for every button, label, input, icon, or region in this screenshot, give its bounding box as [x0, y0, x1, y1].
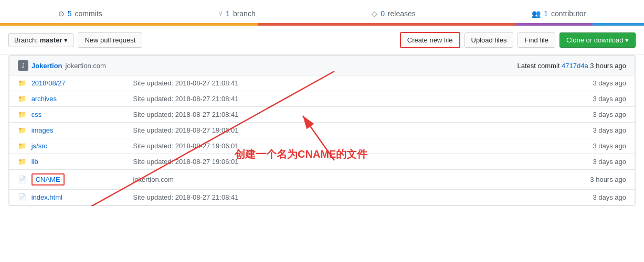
- commits-label: commits: [75, 9, 102, 18]
- branch-selector-label: Branch:: [14, 36, 38, 44]
- table-row: 📁 js/src Site updated: 2018-08-27 19:06:…: [9, 138, 635, 154]
- file-icon: 📄: [18, 193, 26, 201]
- contributors-count[interactable]: 1: [544, 9, 548, 18]
- time-cell: 3 days ago: [376, 154, 635, 170]
- find-file-button[interactable]: Find file: [518, 32, 555, 48]
- file-link[interactable]: css: [31, 111, 42, 118]
- cname-file-name-cell: 📄 CNAME: [9, 170, 125, 190]
- file-name-cell: 📁 images: [9, 123, 125, 138]
- latest-commit-cell: Latest commit 4717d4a 3 hours ago: [376, 56, 635, 75]
- branch-icon: ⑂: [218, 9, 223, 18]
- latest-commit-prefix: Latest commit: [518, 62, 560, 70]
- time-cell: 3 days ago: [376, 75, 635, 91]
- stats-bar: ⊙ 5 commits ⑂ 1 branch ◇ 0 releases 👥 1 …: [0, 0, 644, 22]
- file-link[interactable]: js/src: [31, 142, 47, 150]
- file-name-cell: 📁 css: [9, 107, 125, 123]
- folder-icon: 📁: [18, 95, 26, 103]
- file-name-cell: 📁 js/src: [9, 138, 125, 154]
- file-link[interactable]: archives: [31, 95, 57, 103]
- table-row: 📁 images Site updated: 2018-08-27 19:06:…: [9, 123, 635, 138]
- lang-seg-3: [386, 23, 515, 26]
- releases-icon: ◇: [372, 9, 377, 18]
- new-pull-request-button[interactable]: New pull request: [78, 32, 142, 48]
- cname-commit-message-cell: jokertion.com: [125, 170, 376, 190]
- file-link[interactable]: index.html: [31, 193, 62, 201]
- lang-seg-5: [593, 23, 644, 26]
- file-name-cell: 📁 2018/08/27: [9, 75, 125, 91]
- commit-message-cell: Site updated: 2018-08-27 21:08:41: [125, 107, 376, 123]
- create-new-file-button[interactable]: Create new file: [400, 32, 460, 48]
- commit-time: 3 hours ago: [590, 62, 626, 70]
- clone-or-download-button[interactable]: Clone or download ▾: [559, 32, 636, 48]
- commits-stat[interactable]: ⊙ 5 commits: [50, 5, 111, 22]
- file-table: J Jokertion jokertion.com Latest commit …: [9, 56, 635, 205]
- lang-seg-4: [515, 23, 593, 26]
- folder-icon: 📁: [18, 126, 26, 134]
- branch-selector-name: master: [40, 36, 62, 44]
- table-row: 📁 2018/08/27 Site updated: 2018-08-27 21…: [9, 75, 635, 91]
- cname-link[interactable]: CNAME: [36, 176, 60, 183]
- lang-seg-1: [0, 23, 258, 26]
- contributors-stat[interactable]: 👥 1 contributor: [523, 5, 594, 22]
- commits-icon: ⊙: [58, 9, 65, 18]
- file-link[interactable]: images: [31, 126, 54, 134]
- username-link[interactable]: Jokertion: [31, 62, 62, 70]
- contributors-label: contributor: [551, 9, 586, 18]
- releases-label: releases: [388, 9, 416, 18]
- file-name-cell: 📁 archives: [9, 91, 125, 107]
- toolbar-left: Branch: master ▾ New pull request: [8, 32, 142, 48]
- commit-message-cell: Site updated: 2018-08-27 19:06:01: [125, 154, 376, 170]
- contributors-icon: 👥: [532, 9, 541, 18]
- time-cell: 3 days ago: [376, 123, 635, 138]
- branch-stat[interactable]: ⑂ 1 branch: [210, 5, 264, 22]
- time-cell: 3 days ago: [376, 107, 635, 123]
- file-name-cell: 📄 index.html: [9, 190, 125, 205]
- toolbar-right: Create new file Upload files Find file C…: [400, 32, 636, 48]
- folder-icon: 📁: [18, 158, 26, 166]
- commits-count[interactable]: 5: [68, 9, 72, 18]
- commit-hash-link[interactable]: 4717d4a: [562, 62, 588, 70]
- file-icon: 📄: [18, 176, 26, 183]
- table-row-cname: 📄 CNAME jokertion.com 3 hours ago: [9, 170, 635, 190]
- commit-message-cell: Site updated: 2018-08-27 21:08:41: [125, 91, 376, 107]
- file-table-container: J Jokertion jokertion.com Latest commit …: [8, 55, 636, 206]
- table-row: 📁 archives Site updated: 2018-08-27 21:0…: [9, 91, 635, 107]
- table-row: 📁 css Site updated: 2018-08-27 21:08:41 …: [9, 107, 635, 123]
- releases-stat[interactable]: ◇ 0 releases: [363, 5, 424, 22]
- repo-header-row: J Jokertion jokertion.com Latest commit …: [9, 56, 635, 75]
- time-cell: 3 days ago: [376, 91, 635, 107]
- commit-message-cell: Site updated: 2018-08-27 21:08:41: [125, 75, 376, 91]
- table-row: 📄 index.html Site updated: 2018-08-27 21…: [9, 190, 635, 205]
- cname-time-cell: 3 hours ago: [376, 170, 635, 190]
- commit-message-cell: Site updated: 2018-08-27 21:08:41: [125, 190, 376, 205]
- folder-icon: 📁: [18, 142, 26, 150]
- lang-seg-2: [258, 23, 386, 26]
- releases-count[interactable]: 0: [381, 9, 385, 18]
- language-bar: [0, 23, 644, 26]
- branch-count[interactable]: 1: [226, 9, 230, 18]
- file-link[interactable]: lib: [31, 158, 38, 166]
- table-row: 📁 lib Site updated: 2018-08-27 19:06:01 …: [9, 154, 635, 170]
- repo-toolbar: Branch: master ▾ New pull request Create…: [0, 26, 644, 55]
- time-cell: 3 days ago: [376, 138, 635, 154]
- folder-icon: 📁: [18, 111, 26, 118]
- time-cell: 3 days ago: [376, 190, 635, 205]
- file-name-cell: 📁 lib: [9, 154, 125, 170]
- file-link[interactable]: 2018/08/27: [31, 79, 66, 87]
- upload-files-button[interactable]: Upload files: [464, 32, 514, 48]
- folder-icon: 📁: [18, 79, 26, 87]
- commit-message-cell: Site updated: 2018-08-27 19:06:01: [125, 123, 376, 138]
- commit-message-cell: Site updated: 2018-08-27 19:06:01: [125, 138, 376, 154]
- cname-highlight: CNAME: [31, 173, 65, 185]
- branch-label: branch: [233, 9, 256, 18]
- user-domain: jokertion.com: [66, 62, 106, 70]
- avatar: J: [18, 60, 28, 71]
- branch-selector[interactable]: Branch: master ▾: [8, 33, 73, 47]
- dropdown-icon: ▾: [64, 36, 68, 44]
